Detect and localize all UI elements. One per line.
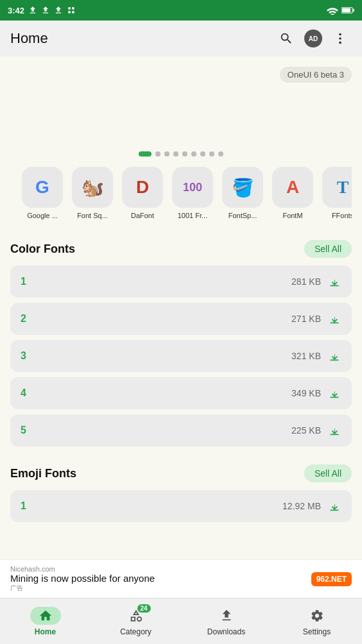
dafont-label: DaFont [131,212,154,219]
color-fonts-title: Color Fonts [10,242,75,256]
category-nav-label: Category [120,627,151,636]
home-icon [39,609,53,623]
home-nav-label: Home [35,627,56,636]
notification-icon [67,6,76,15]
color-font-item-3[interactable]: 3 321 KB [10,340,352,372]
1001fonts-icon-box: 100 [172,167,213,208]
app-icon-fontm[interactable]: A FontM [271,167,315,219]
ad-source: Nicehash.com [10,565,155,573]
color-font-item-2[interactable]: 2 271 KB [10,303,352,335]
color-font-item-2-right: 271 KB [291,312,341,326]
search-button[interactable] [275,27,298,50]
emoji-font-item-1-left: 1 [21,500,31,512]
1001fonts-label: 1001 Fr... [178,212,207,219]
downloads-icon [220,609,234,623]
svg-rect-0 [68,7,71,10]
more-options-button[interactable] [329,27,352,50]
color-font-number-4: 4 [21,387,31,399]
color-fonts-section: Color Fonts Sell All 1 281 KB 2 [0,230,362,452]
emoji-fonts-sell-all-button[interactable]: Sell All [304,464,352,482]
color-font-size-4: 349 KB [291,388,321,398]
svg-point-7 [339,33,341,36]
color-font-item-4-right: 349 KB [291,386,341,400]
app-icon-fontspace[interactable]: 🪣 FontSp... [221,167,264,219]
color-font-number-1: 1 [21,276,31,287]
dot-4 [173,151,178,157]
app-bar-actions: AD [275,27,352,50]
color-fonts-sell-all-button[interactable]: Sell All [304,240,352,258]
dafont-icon-box: D [122,167,163,208]
color-font-number-5: 5 [21,425,31,436]
fontsquirrel-label: Font Sq... [77,212,108,219]
status-left: 3:42 [8,6,76,15]
app-icon-dafont[interactable]: D DaFont [121,167,164,219]
fontspace-icon-box: 🪣 [222,167,263,208]
dots-indicator [10,144,352,167]
app-icon-google[interactable]: G Google ... [21,167,64,219]
banner-area: OneUI 6 beta 3 G Google ... 🐿️ Font Sq..… [0,56,362,230]
main-content: OneUI 6 beta 3 G Google ... 🐿️ Font Sq..… [0,56,362,636]
dot-3 [164,151,169,157]
status-time: 3:42 [8,6,24,15]
nav-item-category[interactable]: 24 Category [110,607,162,636]
emoji-fonts-title: Emoji Fonts [10,467,76,480]
download-icon-item-3[interactable] [327,349,341,363]
app-bar-title: Home [10,30,48,47]
settings-icon [310,609,324,623]
dot-7 [200,151,205,157]
downloads-nav-label: Downloads [207,627,245,636]
color-fonts-header: Color Fonts Sell All [10,240,352,258]
nav-item-settings[interactable]: Settings [291,607,343,636]
download-icon-emoji-1[interactable] [327,499,341,513]
nav-item-downloads[interactable]: Downloads [201,607,252,636]
svg-rect-5 [342,8,350,12]
download-icon-item-2[interactable] [327,312,341,326]
download-icon-item-1[interactable] [327,275,341,289]
app-icons-row: G Google ... 🐿️ Font Sq... D DaFont 100 … [10,167,352,225]
search-icon [279,31,293,46]
home-icon-wrap [30,607,61,625]
dot-8 [209,151,214,157]
emoji-font-item-1[interactable]: 1 12.92 MB [10,490,352,522]
download-icon-item-4[interactable] [327,386,341,400]
app-icon-1001fonts[interactable]: 100 1001 Fr... [171,167,214,219]
svg-rect-1 [72,7,74,10]
category-icon-wrap: 24 [121,607,151,625]
app-icon-fontsquirrel[interactable]: 🐿️ Font Sq... [71,167,114,219]
color-font-item-5-left: 5 [21,425,31,436]
settings-icon-wrap [302,607,332,625]
emoji-fonts-section: Emoji Fonts Sell All 1 12.92 MB [0,454,362,527]
ad-logo[interactable]: 962.NET [311,572,352,586]
download-icon-2 [41,6,50,15]
color-font-item-4[interactable]: 4 349 KB [10,377,352,409]
color-font-item-1[interactable]: 1 281 KB [10,266,352,298]
app-icon-ffonts[interactable]: T FFonts [321,167,352,219]
dot-5 [182,151,187,157]
color-font-size-2: 271 KB [291,314,321,324]
ad-badge-button[interactable]: AD [304,30,322,47]
download-icon-1 [28,6,37,15]
color-font-size-1: 281 KB [291,276,321,287]
download-icon-item-5[interactable] [327,423,341,437]
color-fonts-list: 1 281 KB 2 271 KB [10,266,352,446]
fontm-icon-box: A [272,167,313,208]
color-font-item-3-right: 321 KB [291,349,341,363]
downloads-icon-wrap [211,607,242,625]
svg-rect-2 [68,11,71,13]
fontm-label: FontM [282,212,302,219]
ad-tag: 广告 [10,584,155,593]
nav-item-home[interactable]: Home [20,607,71,636]
download-icon-3 [54,6,63,15]
emoji-font-number-1: 1 [21,500,31,512]
ad-content: Nicehash.com Mining is now possible for … [10,565,155,593]
emoji-fonts-header: Emoji Fonts Sell All [10,464,352,482]
color-font-size-3: 321 KB [291,351,321,361]
dot-1 [139,151,151,157]
ad-banner: Nicehash.com Mining is now possible for … [0,559,362,598]
ffonts-icon-box: T [322,167,352,208]
color-font-item-5-right: 225 KB [291,423,341,437]
color-font-item-5[interactable]: 5 225 KB [10,414,352,446]
svg-rect-3 [72,11,74,13]
svg-rect-6 [353,9,354,12]
bottom-nav: Home 24 Category Downloads Settings [0,598,362,644]
